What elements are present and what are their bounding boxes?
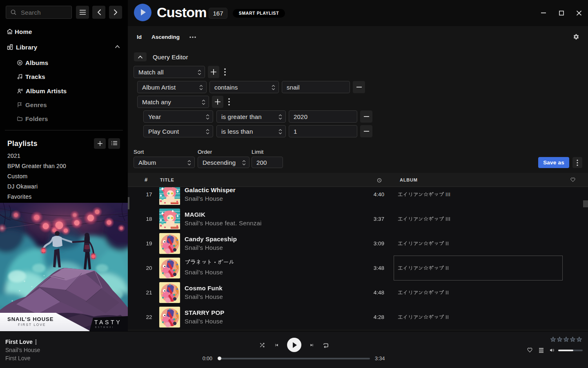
svg-text:TASTY: TASTY xyxy=(94,319,122,325)
svg-text:SNAIL’S HOUSE: SNAIL’S HOUSE xyxy=(7,316,53,322)
svg-text:FIRST LOVE: FIRST LOVE xyxy=(18,323,46,327)
svg-text:BSTMMXI: BSTMMXI xyxy=(95,326,114,328)
